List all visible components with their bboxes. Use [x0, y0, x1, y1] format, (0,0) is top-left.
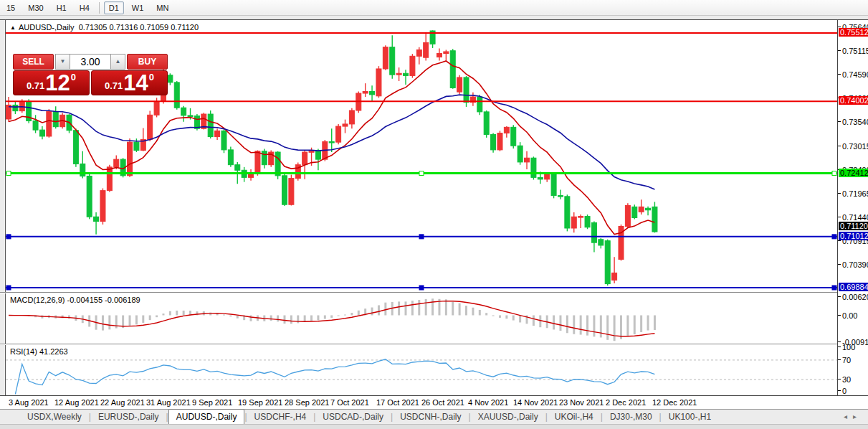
timeframe-button-h1[interactable]: H1 — [52, 1, 72, 14]
symbol-tab-usdcnh[interactable]: USDCNH-,Daily — [393, 410, 468, 424]
symbol-tab-uk100[interactable]: UK100-,H1 — [662, 410, 718, 424]
tab-scroll-arrows: ◂▸ — [844, 412, 862, 420]
collapse-icon[interactable]: ▲ — [10, 24, 16, 31]
hline-price-label: 0.75512 — [839, 28, 868, 37]
sell-pipette: 0 — [71, 72, 76, 82]
price-axis-tick: 0.71440 — [842, 213, 868, 222]
bar-low: 0.71059 — [140, 23, 168, 32]
buy-pips: 14 — [123, 73, 148, 93]
symbol-tab-bar: USDX,Weekly|EURUSD-,Daily|AUDUSD-,Daily|… — [0, 409, 868, 424]
hline-price-label: 0.74002 — [839, 96, 868, 105]
lot-size-input[interactable] — [70, 54, 110, 70]
date-axis-label: 4 Nov 2021 — [468, 398, 508, 407]
symbol-tab-ukoil[interactable]: UKOil-,H4 — [548, 410, 601, 424]
date-axis-label: 12 Dec 2021 — [652, 398, 697, 407]
date-axis-label: 9 Sep 2021 — [192, 398, 232, 407]
price-axis[interactable]: 0.756400.751150.745900.740650.735400.730… — [837, 20, 868, 395]
timeframe-toolbar: 15M30H1H4D1W1MN — [0, 0, 868, 16]
rsi-axis-tick: 30 — [842, 375, 851, 384]
buy-big-figure: 0.71 — [105, 80, 123, 91]
rsi-chart — [6, 345, 837, 395]
chart-ohlc-header: ▲AUDUSD-,Daily 0.71305 0.71316 0.71059 0… — [10, 23, 199, 32]
price-axis-tick: 0.70390 — [842, 260, 868, 269]
tab-scroll-right-icon[interactable]: ▸ — [853, 412, 862, 420]
date-axis-label: 23 Nov 2021 — [559, 398, 604, 407]
macd-axis-tick: 0.00 — [842, 311, 857, 320]
hline-price-label: 0.69884 — [839, 283, 868, 291]
buy-quote-box[interactable]: 0.71 14 0 — [91, 70, 168, 95]
toolbar-separator — [99, 2, 100, 14]
current-price-label: 0.71120 — [839, 222, 868, 230]
lot-increase-button[interactable]: ▲ — [110, 54, 125, 70]
symbol-tab-xauusd[interactable]: XAUUSD-,Daily — [471, 410, 545, 424]
tab-scroll-left-icon[interactable]: ◂ — [844, 412, 853, 420]
macd-indicator-pane[interactable]: MACD(12,26,9) -0.004155 -0.006189 — [6, 293, 837, 344]
bar-open: 0.71305 — [79, 23, 108, 32]
buy-pipette: 0 — [149, 72, 154, 82]
sell-button[interactable]: SELL — [13, 54, 54, 70]
price-axis-tick: 0.71965 — [842, 189, 868, 198]
rsi-axis-tick: 0 — [842, 387, 846, 395]
bottom-status-strip — [0, 424, 868, 429]
timeframe-button-m30[interactable]: M30 — [23, 1, 48, 14]
price-chart-pane[interactable]: ▲AUDUSD-,Daily 0.71305 0.71316 0.71059 0… — [6, 20, 837, 292]
sell-quote-box[interactable]: 0.71 12 0 — [13, 70, 90, 95]
timeframe-button-w1[interactable]: W1 — [127, 1, 149, 14]
rsi-label: RSI(14) 41.2263 — [10, 347, 68, 356]
sell-pips: 12 — [45, 73, 70, 93]
price-axis-tick: 0.73540 — [842, 118, 868, 126]
symbol-tab-dj30[interactable]: DJ30-,M30 — [603, 410, 659, 424]
rsi-indicator-pane[interactable]: RSI(14) 41.2263 — [6, 345, 837, 395]
date-axis-label: 14 Nov 2021 — [513, 398, 558, 407]
lot-decrease-button[interactable]: ▼ — [55, 54, 70, 70]
symbol-tab-usdx[interactable]: USDX,Weekly — [20, 410, 89, 424]
timeframe-button-mn[interactable]: MN — [151, 1, 173, 14]
timeframe-button-d1[interactable]: D1 — [104, 1, 124, 14]
bar-high: 0.71316 — [110, 23, 138, 32]
macd-label: MACD(12,26,9) -0.004155 -0.006189 — [10, 296, 140, 304]
trading-terminal: 15M30H1H4D1W1MN ▲AUDUSD-,Daily 0.71305 0… — [0, 0, 868, 429]
date-axis-label: 28 Sep 2021 — [285, 398, 329, 407]
bar-close: 0.71120 — [171, 23, 199, 32]
price-axis-tick: 0.75115 — [842, 47, 868, 55]
date-axis-label: 26 Oct 2021 — [421, 398, 464, 407]
date-axis-label: 31 Aug 2021 — [146, 398, 191, 407]
window-left-edge — [0, 20, 6, 395]
date-axis-label: 12 Aug 2021 — [54, 398, 99, 407]
symbol-tab-usdcad[interactable]: USDCAD-,Daily — [315, 410, 391, 424]
chart-symbol-period: AUDUSD-,Daily — [19, 23, 75, 32]
timeframe-button-h4[interactable]: H4 — [75, 1, 95, 14]
rsi-axis-tick: 70 — [842, 356, 851, 364]
timeframe-button-15[interactable]: 15 — [1, 1, 20, 14]
hline-price-label: 0.71012 — [839, 232, 868, 240]
buy-button[interactable]: BUY — [127, 54, 168, 70]
macd-axis-tick: 0.006201 — [842, 293, 868, 301]
date-axis-label: 19 Sep 2021 — [238, 398, 282, 407]
hline-price-label: 0.72412 — [839, 169, 868, 177]
date-axis-label: 3 Aug 2021 — [9, 398, 49, 407]
date-axis[interactable]: 3 Aug 202112 Aug 202122 Aug 202131 Aug 2… — [6, 396, 837, 409]
date-axis-label: 17 Oct 2021 — [376, 398, 419, 407]
date-axis-label: 2 Dec 2021 — [606, 398, 646, 407]
symbol-tab-usdchf[interactable]: USDCHF-,H4 — [247, 410, 314, 424]
date-axis-label: 22 Aug 2021 — [100, 398, 145, 407]
symbol-tab-eurusd[interactable]: EURUSD-,Daily — [91, 410, 166, 424]
date-axis-label: 7 Oct 2021 — [330, 398, 369, 407]
rsi-axis-tick: 100 — [842, 343, 855, 352]
sell-big-figure: 0.71 — [27, 80, 44, 91]
price-axis-tick: 0.73015 — [842, 142, 868, 151]
symbol-tab-audusd[interactable]: AUDUSD-,Daily — [168, 409, 245, 424]
price-axis-tick: 0.74590 — [842, 70, 868, 79]
one-click-trade-panel: SELL ▼ ▲ BUY 0.71 12 0 0.71 14 0 — [13, 54, 169, 95]
